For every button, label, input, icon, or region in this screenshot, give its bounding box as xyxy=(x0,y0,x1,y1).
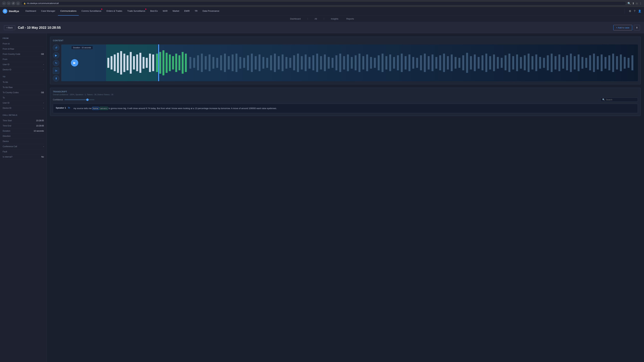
nav-dashboard[interactable]: Dashboard xyxy=(23,7,38,16)
svg-rect-62 xyxy=(324,55,326,71)
menu-icon[interactable]: ⋮ xyxy=(639,2,642,5)
duration-tooltip: Duration - 15 seconds xyxy=(71,46,93,50)
url-bar[interactable]: 🔒 iris.steeleye.co/communications/call xyxy=(21,1,626,5)
svg-rect-99 xyxy=(466,53,468,73)
nav-trade-surveillance[interactable]: Trade Surveillance xyxy=(125,7,148,16)
svg-rect-64 xyxy=(332,58,334,68)
nav-tr[interactable]: TR xyxy=(192,7,200,16)
nav-market[interactable]: Market xyxy=(170,7,182,16)
waveform-svg xyxy=(61,44,638,81)
svg-rect-66 xyxy=(339,54,341,72)
lock-icon: 🔒 xyxy=(24,2,26,5)
bookmark-icon[interactable]: ☆ xyxy=(636,2,638,5)
nav-mar[interactable]: MAR xyxy=(160,7,170,16)
field-direction: Direction xyxy=(3,134,44,139)
svg-rect-37 xyxy=(228,56,230,70)
transcript-text-after: is gonna move big. It will close around … xyxy=(108,107,277,110)
svg-rect-7 xyxy=(123,54,125,72)
svg-rect-10 xyxy=(133,56,135,70)
field-to-user-id: User ID - xyxy=(3,100,44,106)
svg-rect-87 xyxy=(420,55,422,70)
svg-rect-44 xyxy=(255,56,257,70)
nav-emir[interactable]: EMIR xyxy=(182,7,192,16)
svg-rect-20 xyxy=(166,53,168,73)
svg-rect-115 xyxy=(528,54,530,72)
nav-data-provenance[interactable]: Data Provenance xyxy=(200,7,222,16)
svg-rect-140 xyxy=(624,57,626,69)
svg-rect-96 xyxy=(455,57,457,69)
svg-rect-141 xyxy=(628,58,630,68)
content-section-title: CONTENT xyxy=(53,39,638,42)
svg-rect-92 xyxy=(439,55,441,70)
help-icon[interactable]: ? xyxy=(634,10,635,13)
svg-rect-100 xyxy=(470,56,472,70)
svg-rect-137 xyxy=(612,54,614,72)
replay-button[interactable]: ↻ xyxy=(53,60,59,66)
svg-rect-89 xyxy=(428,56,430,70)
sub-nav-all[interactable]: All xyxy=(313,17,318,20)
nav-case-manager[interactable]: Case Manager xyxy=(39,7,58,16)
transcript-search-box: 🔍 xyxy=(600,98,638,102)
field-from-user-id: User ID - xyxy=(3,62,44,67)
share-icon[interactable]: ⬆ xyxy=(632,2,634,5)
add-to-case-button[interactable]: + Add to case xyxy=(613,25,632,30)
svg-rect-54 xyxy=(293,55,295,70)
back-browser-btn[interactable]: ← xyxy=(2,1,6,5)
transcript-search-input[interactable] xyxy=(606,99,636,101)
page-header: < Back Call - 10 May 2022 10:28:55 + Add… xyxy=(0,22,644,33)
svg-rect-4 xyxy=(114,55,116,71)
settings-icon[interactable]: ⚙ xyxy=(629,10,631,13)
nav-communications[interactable]: Communications xyxy=(58,7,79,16)
from-section-title: FROM xyxy=(3,37,44,39)
svg-rect-116 xyxy=(532,56,534,70)
svg-rect-88 xyxy=(424,54,426,72)
download-icon: ⬇ xyxy=(636,26,638,29)
zoom-icon[interactable]: 🔍 xyxy=(628,2,631,5)
svg-rect-79 xyxy=(389,55,391,71)
field-is-internal: Is internal? No xyxy=(3,154,44,159)
svg-rect-135 xyxy=(604,57,606,69)
user-icon[interactable]: 👤 xyxy=(638,10,641,13)
reload-browser-btn[interactable]: ↺ xyxy=(11,1,15,5)
transcript-text: my source tells me home servers is gonna… xyxy=(74,107,277,110)
svg-rect-128 xyxy=(578,55,580,71)
download-button[interactable]: ⬇ xyxy=(634,25,640,30)
play-button[interactable]: ▶ xyxy=(53,52,59,59)
waveform-container[interactable]: Duration - 15 seconds 1 SEC ▶ xyxy=(61,44,638,81)
svg-rect-136 xyxy=(608,55,610,70)
svg-rect-112 xyxy=(516,55,518,71)
home-browser-btn[interactable]: ⌂ xyxy=(16,1,20,5)
download-audio-button[interactable]: ⬇ xyxy=(53,75,59,82)
svg-rect-60 xyxy=(316,54,318,72)
nav-comms-surveillance[interactable]: Comms Surveillance xyxy=(79,7,104,16)
confidence-slider[interactable] xyxy=(64,99,94,100)
svg-rect-36 xyxy=(224,54,226,72)
svg-rect-32 xyxy=(208,55,210,71)
svg-rect-142 xyxy=(632,55,634,70)
back-button[interactable]: < Back xyxy=(4,25,15,30)
svg-rect-70 xyxy=(355,55,357,70)
sub-nav-dashboard[interactable]: Dashboard xyxy=(289,17,302,20)
svg-rect-80 xyxy=(393,57,395,69)
svg-rect-55 xyxy=(297,54,299,72)
sub-nav-insights[interactable]: Insights xyxy=(330,17,340,20)
svg-rect-21 xyxy=(169,55,171,71)
nav-best-ex[interactable]: Best Ex xyxy=(148,7,160,16)
right-panel: CONTENT ↺ ▶ ↻ 1x ⬇ Duration - 15 seconds… xyxy=(47,33,644,362)
svg-rect-127 xyxy=(574,56,576,70)
browser-chrome: ← → ↺ ⌂ 🔒 iris.steeleye.co/communication… xyxy=(0,0,644,7)
page-title: Call - 10 May 2022 10:28:55 xyxy=(18,26,61,30)
waveform-play-overlay[interactable]: ▶ xyxy=(71,59,78,67)
svg-rect-72 xyxy=(362,56,364,70)
svg-rect-12 xyxy=(139,53,141,73)
forward-browser-btn[interactable]: → xyxy=(7,1,11,5)
svg-rect-47 xyxy=(266,58,268,68)
sub-nav-reports[interactable]: Reports xyxy=(345,17,355,20)
svg-rect-117 xyxy=(536,55,538,71)
rewind-button[interactable]: ↺ xyxy=(53,44,59,51)
svg-rect-108 xyxy=(501,58,503,68)
nav-orders-trades[interactable]: Orders & Trades xyxy=(104,7,124,16)
field-duration: Duration 10 seconds xyxy=(3,128,44,134)
svg-rect-106 xyxy=(493,55,495,71)
speed-button[interactable]: 1x xyxy=(53,68,59,74)
